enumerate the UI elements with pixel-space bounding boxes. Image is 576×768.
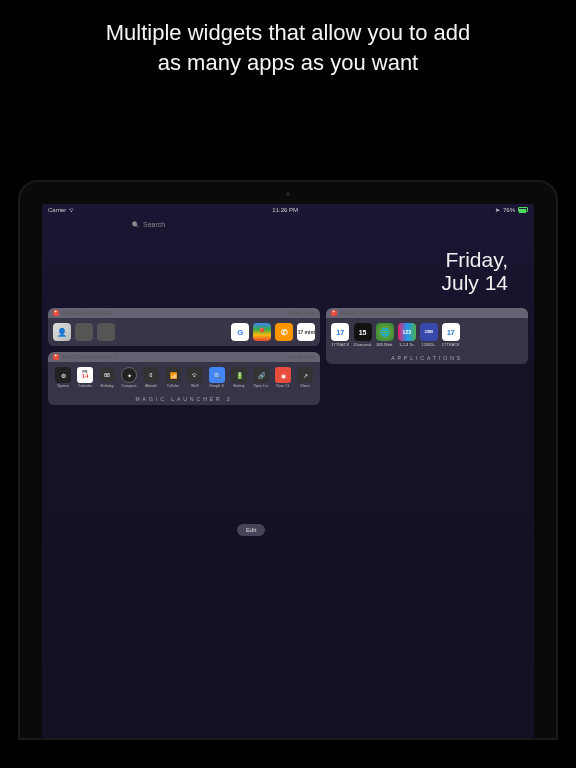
photo-icon[interactable]: 👤 <box>53 323 71 341</box>
wifi-icon: ᯤ <box>69 207 75 213</box>
widget-magic-applications[interactable]: MAGIC APPLICATIONS 1717TRACK 1515second.… <box>326 308 528 364</box>
search-placeholder: Search <box>143 221 165 228</box>
status-bar: Carrier ᯤ 11:26 PM ➤ 76% <box>42 204 534 215</box>
widget-magic-launcher[interactable]: MAGIC LAUNCHER Show More 👤 G 📍 ✆ <box>48 308 320 346</box>
widget-footer: MAGIC LAUNCHER 2 <box>48 393 320 405</box>
search-icon <box>132 221 139 228</box>
app-360web[interactable]: 🌐360 Web. <box>376 323 394 347</box>
mini-icon[interactable]: 17 mini <box>297 323 315 341</box>
launcher-icon <box>53 354 59 360</box>
birthday-item[interactable]: 88Birthday <box>97 367 117 388</box>
folder-icon[interactable] <box>75 323 93 341</box>
launcher-icon <box>331 310 337 316</box>
widget-title: MAGIC LAUNCHER 2 <box>62 354 116 360</box>
edit-button[interactable]: Edit <box>237 524 265 536</box>
app-123[interactable]: 1231-2-3 Ta. <box>398 323 416 347</box>
battery-item[interactable]: 🔋Battery <box>229 367 249 388</box>
app-15seconds[interactable]: 1515second. <box>353 323 371 347</box>
battery-icon <box>518 207 528 212</box>
cellular-item[interactable]: 📶Cellular <box>163 367 183 388</box>
wifi-item[interactable]: ᯤWi-Fi <box>185 367 205 388</box>
calendar-item[interactable]: FRI14Calendar <box>75 367 95 388</box>
widget-magic-launcher-2[interactable]: MAGIC LAUNCHER 2 Show Less ⚙System FRI14… <box>48 352 320 405</box>
widget-header: MAGIC APPLICATIONS <box>326 308 528 318</box>
launcher-icon <box>53 310 59 316</box>
status-time: 11:26 PM <box>272 207 298 213</box>
date-weekday: Friday, <box>42 248 508 271</box>
app-17track[interactable]: 1717TRACK <box>442 323 460 347</box>
promo-line1: Multiple widgets that allow you to add <box>106 20 470 45</box>
date-heading: Friday, July 14 <box>42 228 534 308</box>
clearclip-item[interactable]: ◉Clear Cli. <box>273 367 293 388</box>
date-monthday: July 14 <box>42 271 508 294</box>
altitude-item[interactable]: 0Altitude <box>141 367 161 388</box>
show-more-button[interactable]: Show More <box>287 310 315 316</box>
widget-footer: APPLICATIONS <box>326 352 528 364</box>
system-item[interactable]: ⚙System <box>53 367 73 388</box>
folder-icon[interactable] <box>97 323 115 341</box>
app-12000[interactable]: 1200012000+. <box>420 323 438 347</box>
compass-item[interactable]: ✦Compass <box>119 367 139 388</box>
promo-heading: Multiple widgets that allow you to add a… <box>0 0 576 77</box>
phone-icon[interactable]: ✆ <box>275 323 293 341</box>
google-icon[interactable]: G <box>231 323 249 341</box>
widget-header: MAGIC LAUNCHER Show More <box>48 308 320 318</box>
location-icon: ➤ <box>495 206 500 213</box>
widgets-area: MAGIC LAUNCHER Show More 👤 G 📍 ✆ <box>42 308 534 405</box>
openlink-item[interactable]: 🔗Open Lin. <box>251 367 271 388</box>
promo-line2: as many apps as you want <box>158 50 418 75</box>
device-camera <box>286 192 290 196</box>
app-17track[interactable]: 1717TRACK <box>331 323 349 347</box>
google-search-item[interactable]: 🔍Google S. <box>207 367 227 388</box>
ipad-frame: Carrier ᯤ 11:26 PM ➤ 76% Search Friday, … <box>18 180 558 740</box>
show-less-button[interactable]: Show Less <box>288 354 315 360</box>
widget-title: MAGIC APPLICATIONS <box>340 310 399 316</box>
carrier-label: Carrier <box>48 207 66 213</box>
search-field[interactable]: Search <box>132 221 534 228</box>
widget-title: MAGIC LAUNCHER <box>62 310 112 316</box>
ipad-screen: Carrier ᯤ 11:26 PM ➤ 76% Search Friday, … <box>42 204 534 738</box>
share-item[interactable]: ↗Share <box>295 367 315 388</box>
widget-header: MAGIC LAUNCHER 2 Show Less <box>48 352 320 362</box>
battery-pct: 76% <box>503 207 515 213</box>
maps-icon[interactable]: 📍 <box>253 323 271 341</box>
